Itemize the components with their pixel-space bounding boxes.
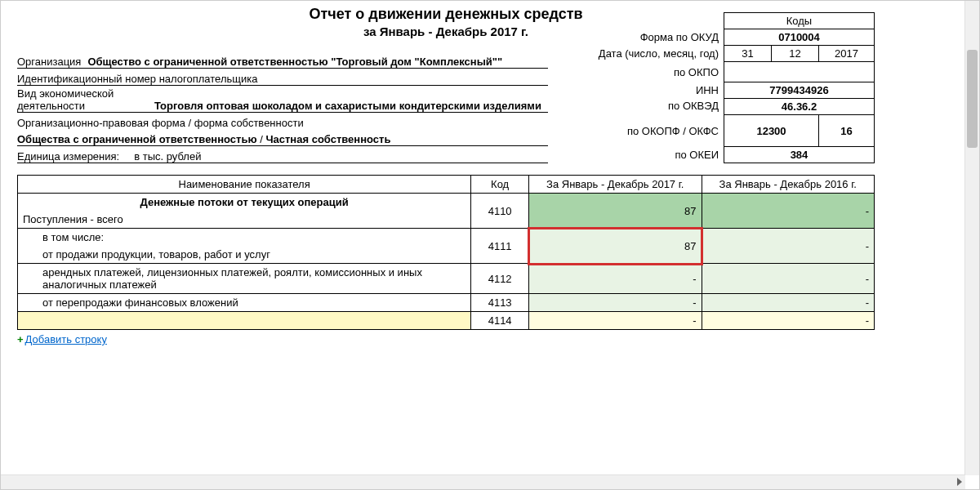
col-header-name: Наименование показателя bbox=[18, 176, 471, 194]
okved-label: по ОКВЭД bbox=[594, 99, 724, 115]
okpo-label: по ОКПО bbox=[594, 62, 724, 82]
section-header-row: Денежные потоки от текущих операций 4110… bbox=[18, 194, 875, 212]
cell-4114-name[interactable] bbox=[18, 312, 471, 330]
inn-label: ИНН bbox=[594, 82, 724, 99]
date-year: 2017 bbox=[819, 46, 875, 62]
opf-value-1: Общества с ограниченной ответственностью bbox=[17, 133, 257, 145]
date-month: 12 bbox=[772, 46, 819, 62]
scrollbar-horizontal[interactable] bbox=[1, 474, 965, 489]
opf-label-row: Организационно-правовая форма / форма со… bbox=[17, 114, 548, 129]
okpo-value[interactable] bbox=[724, 62, 875, 82]
document-viewport: Отчет о движении денежных средств за Янв… bbox=[0, 0, 980, 490]
okei-value: 384 bbox=[724, 147, 875, 163]
org-row: Организация Общество с ограниченной отве… bbox=[17, 53, 548, 69]
code-4111: 4111 bbox=[471, 229, 529, 264]
cell-4112-p2[interactable]: - bbox=[702, 264, 875, 294]
org-name: Общество с ограниченной ответственностью… bbox=[87, 56, 548, 68]
code-4110: 4110 bbox=[471, 194, 529, 229]
code-4114: 4114 bbox=[471, 312, 529, 330]
cell-4110-p2[interactable]: - bbox=[702, 194, 875, 229]
unit-row: Единица измерения: в тыс. рублей bbox=[17, 148, 548, 163]
opf-value-row: Общества с ограниченной ответственностью… bbox=[17, 131, 548, 146]
cell-4111-p1[interactable]: 87 bbox=[529, 229, 702, 264]
cell-4110-p1[interactable]: 87 bbox=[529, 194, 702, 229]
okei-label: по ОКЕИ bbox=[594, 147, 724, 163]
col-header-period1: За Январь - Декабрь 2017 г. bbox=[529, 176, 702, 194]
date-day: 31 bbox=[724, 46, 772, 62]
table-row: 4114 - - bbox=[18, 312, 875, 330]
cell-4114-p1[interactable]: - bbox=[529, 312, 702, 330]
code-4113: 4113 bbox=[471, 294, 529, 312]
taxpayer-id-row: Идентификационный номер налогоплательщик… bbox=[17, 70, 548, 86]
okopf-value: 12300 bbox=[724, 115, 819, 147]
unit-value: в тыс. рублей bbox=[126, 150, 548, 163]
okud-value: 0710004 bbox=[724, 29, 875, 46]
codes-header: Коды bbox=[724, 13, 875, 29]
cell-4113-p2[interactable]: - bbox=[702, 294, 875, 312]
table-row: от перепродажи финансовых вложений 4113 … bbox=[18, 294, 875, 312]
opf-value-2: Частная собственность bbox=[265, 133, 390, 145]
scrollbar-vertical[interactable] bbox=[964, 1, 979, 475]
cell-4113-p1[interactable]: - bbox=[529, 294, 702, 312]
okved-value: 46.36.2 bbox=[724, 99, 875, 115]
activity-row: Вид экономической деятельности Торговля … bbox=[17, 87, 548, 113]
codes-table: Коды Форма по ОКУД 0710004 Дата (число, … bbox=[594, 12, 875, 163]
date-label: Дата (число, месяц, год) bbox=[594, 46, 724, 62]
col-header-code: Код bbox=[471, 176, 529, 194]
scroll-right-icon bbox=[957, 478, 962, 486]
plus-icon: + bbox=[17, 333, 25, 345]
table-row: в том числе: 4111 87 - bbox=[18, 229, 875, 247]
table-row: арендных платежей, лицензионных платежей… bbox=[18, 264, 875, 294]
okfs-value: 16 bbox=[819, 115, 875, 147]
document-content: Отчет о движении денежных средств за Янв… bbox=[1, 1, 891, 345]
org-info: Организация Общество с ограниченной отве… bbox=[17, 53, 548, 163]
col-header-period2: За Январь - Декабрь 2016 г. bbox=[702, 176, 875, 194]
activity-value: Торговля оптовая шоколадом и сахаристыми… bbox=[154, 100, 548, 112]
add-row-link[interactable]: Добавить строку bbox=[25, 333, 107, 345]
okud-label: Форма по ОКУД bbox=[594, 29, 724, 46]
inn-value: 7799434926 bbox=[724, 82, 875, 99]
cell-4112-p1[interactable]: - bbox=[529, 264, 702, 294]
cell-4111-p2[interactable]: - bbox=[702, 229, 875, 264]
okopf-label: по ОКОПФ / ОКФС bbox=[594, 115, 724, 147]
header-area: Коды Форма по ОКУД 0710004 Дата (число, … bbox=[17, 53, 875, 163]
code-4112: 4112 bbox=[471, 264, 529, 294]
scrollbar-thumb[interactable] bbox=[967, 50, 978, 148]
cell-4114-p2[interactable]: - bbox=[702, 312, 875, 330]
add-row-control[interactable]: +Добавить строку bbox=[17, 333, 875, 345]
cashflow-table: Наименование показателя Код За Январь - … bbox=[17, 175, 875, 330]
